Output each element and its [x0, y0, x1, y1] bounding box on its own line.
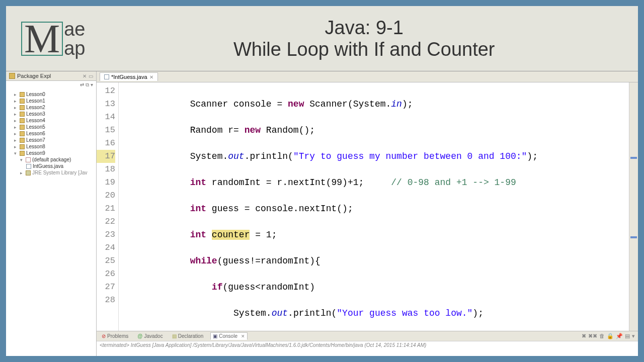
package-explorer-tab[interactable]: Package Expl ✕ ▭ — [6, 71, 96, 81]
logo-ae: ae — [64, 20, 85, 39]
remove-all-icon[interactable]: ✖✖ — [588, 333, 597, 339]
package-icon — [9, 73, 15, 79]
app-frame: M ae ap Java: 9-1 While Loop with If and… — [0, 0, 644, 362]
display-icon[interactable]: ▤ — [625, 333, 630, 339]
minimize-icon[interactable]: ▭ — [89, 73, 93, 79]
folder-icon — [20, 99, 25, 104]
tree-item-jre[interactable]: ▸JRE System Library [Jav — [7, 169, 95, 176]
console-toolbar[interactable]: ✖ ✖✖ 🗑 🔒 📌 ▤ ▾ — [582, 333, 635, 339]
java-file-icon — [26, 164, 31, 169]
bottom-tab-bar: ⊘Problems @Javadoc ▤Declaration ▣Console… — [97, 331, 638, 341]
remove-icon[interactable]: ✖ — [582, 333, 586, 339]
tree-item-intguess[interactable]: IntGuess.java — [7, 163, 95, 169]
line-gutter: 1213141516171819202122232425262728 — [97, 82, 119, 331]
tab-javadoc[interactable]: @Javadoc — [135, 333, 165, 339]
folder-icon — [20, 105, 25, 110]
folder-icon — [20, 118, 25, 123]
editor-area: *IntGuess.java ✕ 12131415161718192021222… — [97, 71, 638, 356]
tree-item-lesson1[interactable]: ▸Lesson1 — [7, 98, 95, 104]
editor-tab-intguess[interactable]: *IntGuess.java ✕ — [100, 72, 158, 81]
folder-icon — [20, 112, 25, 117]
project-tree[interactable]: ▸Lesson0 ▸Lesson1 ▸Lesson2 ▸Lesson3 ▸Les… — [6, 89, 96, 178]
bottom-panel: ⊘Problems @Javadoc ▤Declaration ▣Console… — [97, 331, 638, 356]
folder-icon — [20, 144, 25, 149]
logo: M ae ap — [21, 20, 85, 58]
pin-icon[interactable]: 📌 — [616, 333, 623, 339]
close-icon[interactable]: ✕ — [149, 74, 153, 80]
folder-icon — [20, 125, 25, 130]
title-header: M ae ap Java: 9-1 While Loop with If and… — [6, 6, 638, 71]
tree-item-default-package[interactable]: ▾(default package) — [7, 156, 95, 163]
folder-icon — [20, 138, 25, 143]
javadoc-icon: @ — [137, 333, 142, 339]
java-file-icon — [104, 74, 109, 79]
tree-item-lesson2[interactable]: ▸Lesson2 — [7, 104, 95, 111]
tree-item-lesson3[interactable]: ▸Lesson3 — [7, 111, 95, 117]
package-icon — [26, 157, 31, 162]
editor-tab-bar: *IntGuess.java ✕ — [97, 71, 638, 82]
close-icon[interactable]: ✕ — [241, 334, 245, 339]
tree-item-lesson5[interactable]: ▸Lesson5 — [7, 124, 95, 130]
editor-tab-label: *IntGuess.java — [111, 74, 147, 80]
tree-item-lesson8[interactable]: ▸Lesson8 — [7, 143, 95, 150]
folder-icon — [20, 131, 25, 136]
close-icon[interactable]: ✕ — [83, 73, 87, 79]
console-status: <terminated> IntGuess [Java Application]… — [97, 341, 638, 349]
tree-item-lesson7[interactable]: ▸Lesson7 — [7, 137, 95, 143]
overview-ruler[interactable] — [629, 82, 638, 331]
tree-item-lesson6[interactable]: ▸Lesson6 — [7, 130, 95, 137]
title-block: Java: 9-1 While Loop with If and Counter — [105, 17, 623, 60]
code-content[interactable]: Scanner console = new Scanner(System.in)… — [119, 82, 629, 331]
package-explorer: Package Expl ✕ ▭ ⇄ ⧉ ▾ ▸Lesson0 ▸Lesson1… — [6, 71, 97, 356]
panel-title: Package Expl — [17, 73, 80, 79]
folder-icon — [20, 92, 25, 97]
folder-icon — [20, 151, 25, 156]
logo-ap: ap — [64, 39, 85, 58]
clear-icon[interactable]: 🗑 — [599, 333, 605, 339]
tree-item-lesson4[interactable]: ▸Lesson4 — [7, 117, 95, 124]
open-console-icon[interactable]: ▾ — [632, 333, 635, 339]
tree-item-lesson0[interactable]: ▸Lesson0 — [7, 91, 95, 98]
title-line-2: While Loop with If and Counter — [105, 39, 623, 60]
code-viewport[interactable]: 1213141516171819202122232425262728 Scann… — [97, 82, 638, 331]
declaration-icon: ▤ — [172, 333, 177, 339]
error-icon: ⊘ — [102, 333, 106, 339]
tab-declaration[interactable]: ▤Declaration — [170, 333, 206, 339]
ide-workspace: Package Expl ✕ ▭ ⇄ ⧉ ▾ ▸Lesson0 ▸Lesson1… — [6, 71, 638, 356]
title-line-1: Java: 9-1 — [105, 17, 623, 39]
tree-item-lesson9[interactable]: ▾Lesson9 — [7, 150, 95, 156]
tab-problems[interactable]: ⊘Problems — [100, 333, 130, 339]
console-icon: ▣ — [213, 333, 217, 339]
scroll-lock-icon[interactable]: 🔒 — [607, 333, 614, 339]
explorer-toolbar: ⇄ ⧉ ▾ — [6, 81, 96, 89]
logo-m: M — [21, 22, 63, 56]
library-icon — [26, 170, 31, 175]
tab-console[interactable]: ▣Console✕ — [210, 332, 248, 340]
